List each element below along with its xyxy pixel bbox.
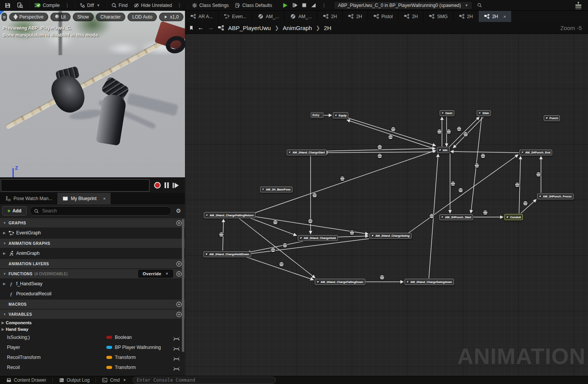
console-command-input[interactable] [133,377,276,384]
add-button[interactable]: + Add [2,206,27,216]
section-header-graphs[interactable]: ▼GRAPHS [0,218,185,227]
breadcrumb-item-2h[interactable]: 2H [324,25,331,31]
search-input[interactable] [42,208,167,214]
state-node-chargestart[interactable]: AM_2Hand_ChargeStart [287,150,327,155]
diff-button[interactable]: Diff ▼ [77,2,102,9]
transition-chargeswing-to-punchend[interactable] [408,155,518,233]
expander-icon[interactable]: ▶ [2,321,6,325]
document-tab-pistol-6[interactable]: Pistol [368,11,398,22]
bookmark-icon[interactable] [189,25,194,30]
section-header-animation-graphs[interactable]: ▼ANIMATION GRAPHS [0,239,185,248]
viewport-character-button[interactable]: Character [96,13,126,21]
debug-filter-search-icon[interactable] [475,2,484,9]
close-tab-icon[interactable]: × [504,14,506,19]
transition-rule-idle-to-slide[interactable] [457,126,462,131]
transition-rule-idle-to-dash[interactable] [437,129,442,134]
add-macros-icon[interactable] [176,301,182,307]
state-node-fallingreturn[interactable]: AM_2Hand_ChargeFallingReturn [204,212,255,218]
debug-object-dropdown[interactable]: ABP_PlayerUwu_C_0 in BP_PlayerWallrunnin… [334,1,472,10]
expander-icon[interactable]: ▶ [2,327,6,331]
step-forward-button[interactable] [173,183,179,188]
variable-category-hand-sway[interactable]: ▶Hand Sway [0,326,185,332]
section-header-variables[interactable]: ▼VARIABLES [0,310,185,319]
blueprint-item-eventgraph[interactable]: ▶EventGraph [0,228,185,238]
state-node-punchfreeze[interactable]: AM_2HPunch_Freeze [537,194,574,199]
transition-rule-chargehold-to-holddown[interactable] [282,243,287,248]
transition-rule-equip-to-idle[interactable] [391,127,396,132]
state-node-slide[interactable]: Slide [477,110,491,116]
transition-chargehold-to-chargeswing[interactable] [335,236,368,237]
class-defaults-button[interactable]: Class Defaults [233,2,274,9]
state-node-conduit[interactable]: Conduit [504,214,523,220]
add-animation-layers-icon[interactable] [176,261,182,267]
pause-button[interactable] [165,182,169,188]
state-node-entry[interactable]: Entry [311,112,324,118]
transition-rule-conduit-to-punchfreeze[interactable] [523,201,528,206]
play-options-button[interactable]: ⋮ [320,2,328,8]
close-tab-icon[interactable]: × [103,196,106,201]
viewport-lit-button[interactable]: Lit [50,13,71,21]
eye-closed-icon[interactable] [173,356,180,359]
transition-rule-chargestart-to-chargehold[interactable] [312,193,317,198]
transition-rule-fallingdown-to-swingdown[interactable] [380,275,385,280]
transition-rule-punchfreeze-to-punchend[interactable] [536,172,541,177]
eye-closed-icon[interactable] [173,366,180,369]
blueprint-item-f-handsway[interactable]: ▶ƒf_HandSway [0,279,185,289]
state-node-fallingdown[interactable]: AM_2Hand_ChargeFallingDown [315,279,365,285]
class-settings-button[interactable]: Class Settings [190,2,231,9]
state-node-holddown[interactable]: AM_2Hand_ChargeHoldDown [203,251,251,257]
transition-idle-to-chargestart[interactable] [324,152,435,153]
stop-button[interactable] [302,3,307,8]
transition-rule-slide-to-punchstart[interactable] [474,163,479,168]
section-header-functions[interactable]: ▼FUNCTIONS(4 OVERRIDABLE)Override ▼ [0,269,185,278]
viewport-perspective-button[interactable]: Perspective [9,13,48,21]
transition-rule-idle-to-punchstart[interactable] [450,181,455,186]
section-header-macros[interactable]: ▼MACROS [0,300,185,309]
variable-row-issucking-[interactable]: IsSucking;)Boolean [0,332,185,342]
variable-category-components[interactable]: ▶Components [0,319,185,326]
expander-icon[interactable]: ▶ [3,251,8,255]
add-functions-icon[interactable] [176,271,182,277]
expander-icon[interactable]: ▶ [3,231,8,235]
play-button[interactable] [282,2,288,8]
document-tab-even--1[interactable]: Even... [218,11,252,22]
record-button[interactable] [154,182,161,189]
blueprint-item-animgraph[interactable]: ▶AnimGraph [0,248,185,258]
document-tab-2h-5[interactable]: 2H [343,11,368,22]
hide-unrelated-options-button[interactable]: ⋮ [176,2,183,8]
transition-rule-idle-to-chargestart[interactable] [377,153,382,158]
transition-equip-to-idle[interactable] [348,118,436,146]
document-tab-am--2[interactable]: AM_... [252,11,285,22]
transition-rule-idle-to-equip[interactable] [388,135,393,140]
state-node-equip[interactable]: Equip [333,112,348,118]
panel-tab-my-blueprint[interactable]: My Blueprint× [57,193,111,204]
frame-skip-button[interactable] [292,2,298,8]
state-node-chargehold[interactable]: AM_2Hand_ChargeHold [298,235,338,241]
nav-forward-button[interactable]: → [208,24,214,31]
cmd-dropdown[interactable]: Cmd ▼ [99,376,129,384]
viewport-show-button[interactable]: Show [73,13,94,21]
nav-back-button[interactable]: ← [198,24,204,31]
document-tab-2h-10[interactable]: 2H× [479,11,512,22]
transition-rule-fallingreturn-to-chargeswing[interactable] [308,219,313,224]
find-in-blueprint-button[interactable] [15,1,25,10]
hide-unrelated-button[interactable]: Hide Unrelated [131,2,174,9]
document-tab-am--3[interactable]: AM_... [285,11,318,22]
variable-row-player[interactable]: PlayerBP Player Wallrunning [0,342,185,352]
compile-button[interactable]: Compile [32,1,62,10]
breadcrumb-item-abp_playeruwu[interactable]: ABP_PlayerUwu [228,25,271,31]
state-machine-graph-canvas[interactable]: ANIMATION EntryEquipDashSlidePunchIdleAM… [185,34,588,376]
save-button[interactable] [2,1,13,10]
transition-rule-conduit-to-punchend[interactable] [515,182,520,187]
document-tab-2h-4[interactable]: 2H [318,11,343,22]
add-variables-icon[interactable] [176,312,182,317]
panel-settings-gear-icon[interactable]: ⚙ [175,207,183,214]
transition-fallingreturn-to-idle[interactable] [250,150,436,214]
transition-rule-chargeswing-to-punchend[interactable] [458,188,463,193]
document-tab-2h-9[interactable]: 2H [454,11,479,22]
playback-speed-button[interactable]: x1,0 [159,13,183,21]
transition-rule-chargehold-to-chargeswing[interactable] [349,230,354,235]
document-tab-smg-8[interactable]: SMG [423,11,453,22]
state-node-basepose[interactable]: AM_2H_BasePose [260,187,292,192]
transition-rule-dash-to-idle[interactable] [446,129,451,134]
